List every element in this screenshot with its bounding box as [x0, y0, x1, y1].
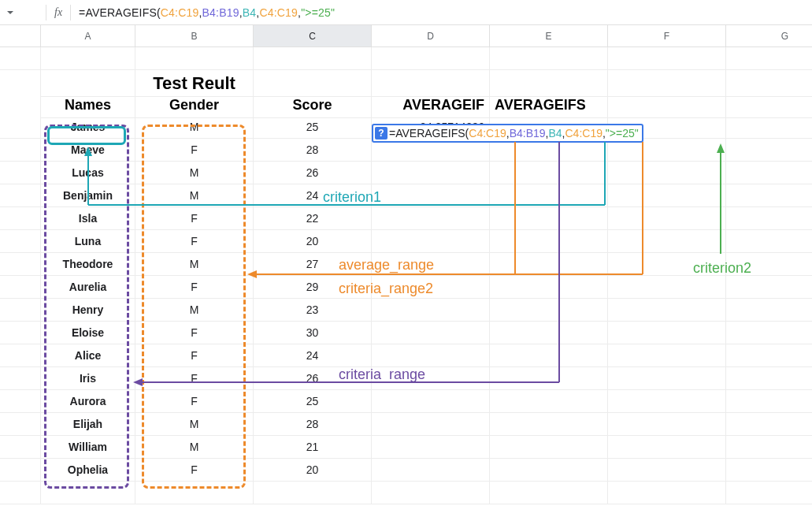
name-box[interactable]: [6, 9, 38, 17]
col-header[interactable]: E: [490, 25, 608, 47]
annotation-arrows: [0, 47, 812, 504]
svg-marker-13: [717, 143, 725, 153]
svg-marker-11: [133, 378, 143, 386]
col-header[interactable]: F: [608, 25, 726, 47]
col-header[interactable]: D: [372, 25, 490, 47]
chevron-down-icon: [6, 9, 14, 17]
svg-marker-8: [247, 270, 257, 278]
divider: [70, 5, 71, 20]
formula-bar: fx =AVERAGEIFS(C4:C19,B4:B19,B4,C4:C19,"…: [0, 0, 812, 25]
formula-fn: =AVERAGEIFS(: [79, 6, 161, 19]
select-all-corner[interactable]: [0, 25, 41, 47]
formula-string: ">=25": [301, 6, 335, 19]
formula-range4: C4:C19: [259, 6, 298, 19]
col-header[interactable]: B: [135, 25, 254, 47]
spreadsheet[interactable]: A B C D E F G Test Reult Names Gender Sc…: [0, 25, 812, 504]
divider: [46, 5, 46, 20]
formula-input[interactable]: =AVERAGEIFS(C4:C19,B4:B19,B4,C4:C19,">=2…: [79, 6, 335, 19]
formula-range2: B4:B19: [202, 6, 239, 19]
fx-label: fx: [54, 6, 62, 19]
col-header[interactable]: A: [41, 25, 135, 47]
formula-range3: B4: [243, 6, 257, 19]
svg-marker-3: [84, 147, 92, 156]
formula-range1: C4:C19: [161, 6, 199, 19]
col-header[interactable]: G: [726, 25, 812, 47]
column-headers: A B C D E F G: [0, 25, 812, 47]
rows: Test Reult Names Gender Score AVERAGEIF …: [0, 47, 812, 504]
col-header-selected[interactable]: C: [254, 25, 372, 47]
